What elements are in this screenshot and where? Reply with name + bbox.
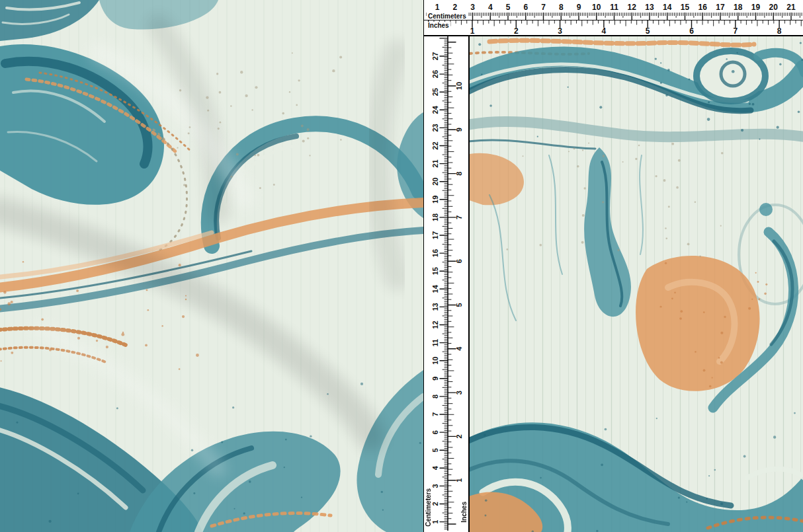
v-ruler-cm-numbers: 2726252423222120191817161514131211109876… xyxy=(431,52,439,524)
horizontal-ruler-inches-label: Inches xyxy=(427,22,450,29)
svg-text:8: 8 xyxy=(559,3,564,12)
vertical-ruler: 2726252423222120191817161514131211109876… xyxy=(423,36,470,532)
svg-text:9: 9 xyxy=(431,377,439,381)
h-ruler-cm-ticks xyxy=(427,13,802,20)
svg-text:9: 9 xyxy=(455,128,463,132)
h-ruler-cm-numbers: 123456789101112131415161718192021 xyxy=(435,3,796,12)
v-ruler-cm-ticks xyxy=(440,38,448,529)
svg-text:1: 1 xyxy=(431,520,439,524)
svg-text:1: 1 xyxy=(470,26,475,36)
flat-fabric-panel: 1234567891011121314151617181920211234567… xyxy=(423,0,803,532)
svg-text:6: 6 xyxy=(689,26,694,36)
svg-text:21: 21 xyxy=(431,159,439,167)
svg-text:8: 8 xyxy=(777,26,782,36)
svg-text:10: 10 xyxy=(455,82,463,90)
draped-fabric-art xyxy=(0,0,423,532)
svg-text:3: 3 xyxy=(431,484,439,488)
svg-text:3: 3 xyxy=(470,3,475,12)
svg-text:2: 2 xyxy=(514,26,519,36)
svg-text:18: 18 xyxy=(431,213,439,221)
v-ruler-inch-ticks xyxy=(448,42,456,524)
svg-text:23: 23 xyxy=(431,124,439,132)
svg-text:18: 18 xyxy=(734,3,743,12)
vertical-ruler-scale: 2726252423222120191817161514131211109876… xyxy=(424,36,468,531)
svg-text:5: 5 xyxy=(506,3,511,12)
svg-text:19: 19 xyxy=(751,3,761,12)
svg-text:4: 4 xyxy=(602,26,607,36)
svg-text:21: 21 xyxy=(786,3,796,12)
svg-text:4: 4 xyxy=(488,3,493,12)
svg-text:6: 6 xyxy=(523,3,528,12)
svg-text:3: 3 xyxy=(455,391,463,395)
svg-text:12: 12 xyxy=(628,3,637,12)
svg-text:10: 10 xyxy=(592,3,601,12)
svg-text:15: 15 xyxy=(431,267,439,275)
svg-text:13: 13 xyxy=(431,303,439,311)
svg-text:14: 14 xyxy=(431,284,439,293)
svg-text:20: 20 xyxy=(769,3,779,12)
svg-text:25: 25 xyxy=(431,88,439,96)
h-ruler-inch-ticks xyxy=(429,20,802,27)
draped-fabric-photo xyxy=(0,0,423,532)
svg-text:27: 27 xyxy=(431,52,439,60)
svg-text:5: 5 xyxy=(646,26,650,36)
svg-text:2: 2 xyxy=(431,502,439,506)
h-ruler-inch-numbers: 12345678 xyxy=(470,26,782,36)
svg-text:17: 17 xyxy=(431,231,439,239)
svg-text:26: 26 xyxy=(431,70,439,78)
svg-text:5: 5 xyxy=(431,448,439,452)
svg-text:3: 3 xyxy=(558,26,562,36)
svg-text:7: 7 xyxy=(431,412,439,416)
svg-text:4: 4 xyxy=(431,465,439,470)
svg-text:6: 6 xyxy=(455,259,463,263)
svg-text:13: 13 xyxy=(645,3,654,12)
svg-text:7: 7 xyxy=(541,3,546,12)
svg-text:10: 10 xyxy=(431,357,439,365)
vertical-ruler-inches-label: Inches xyxy=(460,500,468,524)
svg-text:17: 17 xyxy=(716,3,725,12)
svg-text:12: 12 xyxy=(431,321,439,328)
svg-text:14: 14 xyxy=(663,3,672,12)
svg-text:11: 11 xyxy=(610,3,618,12)
svg-text:15: 15 xyxy=(681,3,690,12)
svg-text:4: 4 xyxy=(455,346,463,351)
svg-text:19: 19 xyxy=(431,196,439,204)
svg-text:8: 8 xyxy=(431,395,439,399)
svg-text:1: 1 xyxy=(435,3,440,12)
flat-fabric-art xyxy=(470,36,803,532)
svg-text:16: 16 xyxy=(431,249,439,257)
svg-text:24: 24 xyxy=(431,105,439,114)
svg-text:20: 20 xyxy=(431,178,439,186)
svg-text:7: 7 xyxy=(733,26,738,36)
svg-text:11: 11 xyxy=(431,339,439,347)
svg-text:2: 2 xyxy=(455,434,463,438)
svg-text:1: 1 xyxy=(455,478,463,482)
svg-text:22: 22 xyxy=(431,141,439,149)
svg-text:5: 5 xyxy=(455,303,463,307)
v-ruler-inch-numbers: 10987654321 xyxy=(455,82,463,482)
vertical-ruler-centimeters-label: Centimeters xyxy=(425,487,432,528)
svg-text:16: 16 xyxy=(698,3,708,12)
svg-text:8: 8 xyxy=(455,172,463,176)
flat-fabric-photo xyxy=(470,36,803,532)
fabric-listing-photo: 1234567891011121314151617181920211234567… xyxy=(0,0,803,532)
svg-text:9: 9 xyxy=(577,3,581,12)
horizontal-ruler-centimeters-label: Centimeters xyxy=(427,13,468,20)
horizontal-ruler: 1234567891011121314151617181920211234567… xyxy=(423,0,803,36)
svg-text:7: 7 xyxy=(455,215,463,219)
svg-text:6: 6 xyxy=(431,430,439,434)
horizontal-ruler-scale: 1234567891011121314151617181920211234567… xyxy=(424,0,803,35)
svg-text:2: 2 xyxy=(452,3,457,12)
